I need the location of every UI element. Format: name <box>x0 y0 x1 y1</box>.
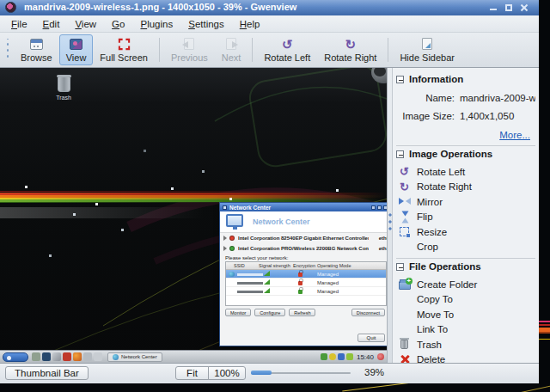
information-title: Information <box>409 74 463 84</box>
collapse-expander-icon[interactable] <box>396 263 404 271</box>
file-operations-section-header[interactable]: File Operations <box>396 261 535 272</box>
task-icon <box>113 354 119 360</box>
desktop-background: mandriva-2009-wireless-1.png - 1400x1050… <box>0 0 550 392</box>
slider-fill[interactable] <box>251 371 272 375</box>
gwenview-window: mandriva-2009-wireless-1.png - 1400x1050… <box>0 0 539 383</box>
tray-icon <box>377 353 384 360</box>
image-view-icon <box>69 37 84 51</box>
sidebar-item-resize[interactable]: Resize <box>396 224 535 240</box>
image-operations-section-header[interactable]: Image Operations <box>396 149 535 159</box>
maximize-button[interactable] <box>504 3 515 13</box>
trash-can-icon <box>58 77 70 92</box>
tray-icon <box>329 353 336 360</box>
select-network-prompt: Please select your network: <box>220 254 387 261</box>
wallpaper-diagonal-line <box>516 384 550 392</box>
network-center-heading: Network Center <box>253 217 310 226</box>
name-value: mandriva-2009-wir... <box>460 93 535 103</box>
sidebar-item-trash[interactable]: Trash <box>396 337 535 352</box>
full-screen-button[interactable]: Full Screen <box>93 34 155 65</box>
collapse-expander-icon[interactable] <box>396 150 404 158</box>
sidebar-item-flip[interactable]: Flip <box>396 210 535 225</box>
network-table-header: SSID Signal strength Encryption Operatin… <box>226 262 386 270</box>
sidebar-item-move-to[interactable]: Move To <box>396 307 535 322</box>
sidebar-item-mirror[interactable]: Mirror <box>396 194 535 210</box>
browse-button[interactable]: Browse <box>14 34 59 65</box>
rotate-right-button[interactable]: ↻ Rotate Right <box>317 34 383 65</box>
menu-plugins[interactable]: Plugins <box>132 17 180 31</box>
encryption-lock-icon <box>298 290 302 294</box>
clock-label: 15:40 <box>357 353 374 361</box>
sidebar-splitter[interactable] <box>387 68 392 363</box>
zoom-fit-button[interactable]: Fit <box>175 366 209 380</box>
zoom-value: 39% <box>364 367 384 377</box>
quit-button-image: Quit <box>358 334 385 342</box>
taskbar-icon <box>83 352 92 361</box>
minimize-icon <box>490 9 497 10</box>
information-fields: Name: mandriva-2009-wir... Image Size: 1… <box>396 89 535 123</box>
wallpaper-rainbow-strip <box>539 321 550 345</box>
ssid-text-unreadable <box>237 282 263 285</box>
network-row: Managed <box>226 287 386 296</box>
information-section-header[interactable]: Information <box>396 74 535 84</box>
sidebar: Information Name: mandriva-2009-wir... I… <box>392 68 539 363</box>
resize-icon <box>398 226 411 238</box>
sidebar-item-crop[interactable]: Crop <box>396 240 535 255</box>
menu-settings[interactable]: Settings <box>180 17 232 31</box>
encryption-lock-icon <box>298 281 302 285</box>
network-center-window-title: Network Center <box>229 205 371 211</box>
network-globe-icon <box>229 272 235 277</box>
signal-strength-icon <box>264 279 270 285</box>
minimize-button[interactable] <box>488 3 499 13</box>
more-link[interactable]: More... <box>396 130 530 140</box>
trash-icon-label: Trash <box>46 95 81 101</box>
encryption-lock-icon <box>298 273 302 277</box>
image-viewport[interactable]: Trash Network Center Network Center <box>0 68 387 363</box>
menu-go[interactable]: Go <box>104 17 132 31</box>
window-title: mandriva-2009-wireless-1.png - 1400x1050… <box>24 2 296 12</box>
hide-sidebar-button[interactable]: Hide Sidebar <box>393 34 461 65</box>
signal-strength-icon <box>264 271 270 276</box>
status-dot-red <box>229 236 235 241</box>
tray-icon <box>338 353 345 360</box>
menu-edit[interactable]: Edit <box>35 17 68 31</box>
taskbar-task-entry: Network Center <box>107 352 162 362</box>
network-monitor-icon <box>226 214 243 227</box>
menu-help[interactable]: Help <box>232 17 268 31</box>
new-folder-icon <box>398 279 411 291</box>
no-icon <box>398 241 411 253</box>
monitor-button-image: Monitor <box>225 309 251 316</box>
light-haze <box>0 207 205 218</box>
next-button[interactable]: Next <box>215 34 248 65</box>
no-icon <box>398 309 411 321</box>
toolbar-separator <box>388 38 388 62</box>
view-button[interactable]: View <box>59 34 94 65</box>
sidebar-item-create-folder[interactable]: Create Folder <box>396 277 535 292</box>
toolbar-separator <box>159 38 160 62</box>
close-button[interactable] <box>519 3 530 13</box>
titlebar[interactable]: mandriva-2009-wireless-1.png - 1400x1050… <box>0 0 539 15</box>
sidebar-item-delete[interactable]: Delete <box>396 352 535 364</box>
sidebar-item-link-to[interactable]: Link To <box>396 322 535 338</box>
network-center-titlebar: Network Center <box>220 203 387 211</box>
menu-view[interactable]: View <box>67 17 104 31</box>
zoom-100-button[interactable]: 100% <box>208 366 246 380</box>
window-buttons <box>488 3 530 13</box>
rotate-left-button[interactable]: ↺ Rotate Left <box>257 34 317 65</box>
tray-icon <box>346 353 353 360</box>
network-row: Managed <box>226 279 386 287</box>
toolbar-drag-handle[interactable] <box>3 39 9 61</box>
collapse-expander-icon[interactable] <box>396 76 404 83</box>
sidebar-item-rotate-right[interactable]: ↻ Rotate Right <box>396 180 535 195</box>
taskbar-icon <box>32 352 40 361</box>
sidebar-item-copy-to[interactable]: Copy To <box>396 292 535 308</box>
flip-icon <box>398 211 411 223</box>
thumbnail-bar-toggle-button[interactable]: Thumbnail Bar <box>5 366 89 380</box>
taskbar-icon <box>52 352 61 361</box>
zoom-slider[interactable] <box>251 370 351 377</box>
delete-icon <box>398 353 411 363</box>
star-sparkles <box>0 68 1 69</box>
signal-strength-icon <box>264 288 270 293</box>
sidebar-item-rotate-left[interactable]: ↺ Rotate Left <box>396 164 535 180</box>
previous-button[interactable]: Previous <box>164 34 215 65</box>
menu-file[interactable]: File <box>3 17 35 31</box>
